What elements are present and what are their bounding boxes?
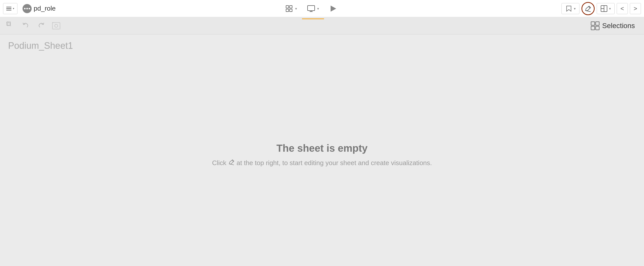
monitor-icon <box>307 5 315 13</box>
svg-line-9 <box>586 11 591 12</box>
toolbar-right: Selections <box>586 19 640 32</box>
bookmark-chevron-icon: ▾ <box>574 7 576 11</box>
monitor-chevron-icon: ▾ <box>317 7 319 11</box>
svg-rect-21 <box>596 26 599 30</box>
empty-desc-part2: at the top right, to start editing your … <box>237 159 432 167</box>
empty-state: The sheet is empty Click at the top righ… <box>212 143 432 168</box>
svg-rect-0 <box>286 6 289 8</box>
snapshot-button[interactable] <box>50 19 63 32</box>
svg-rect-19 <box>596 22 599 25</box>
sheet-title: Podium_Sheet1 <box>8 40 636 51</box>
present-tool-button[interactable] <box>324 3 342 15</box>
selections-grid-icon <box>591 21 600 30</box>
username-label: pd_role <box>34 5 56 12</box>
svg-rect-2 <box>286 9 289 12</box>
redo-icon <box>37 21 45 30</box>
next-icon: > <box>634 5 637 12</box>
svg-rect-18 <box>591 22 595 25</box>
layout-chevron-icon: ▾ <box>609 7 611 11</box>
undo-button[interactable] <box>19 19 32 32</box>
svg-rect-16 <box>52 23 60 29</box>
empty-state-description: Click at the top right, to start editing… <box>212 158 432 168</box>
edit-icon <box>585 5 592 12</box>
svg-rect-3 <box>290 9 292 12</box>
hamburger-chevron-icon: ▾ <box>13 7 14 10</box>
present-icon <box>329 5 337 13</box>
selections-label: Selections <box>602 22 635 30</box>
nav-left: ▾ pd_role <box>3 3 61 14</box>
svg-rect-1 <box>290 6 292 8</box>
nav-right: ▾ ▾ < > <box>561 2 641 15</box>
svg-point-17 <box>55 24 58 27</box>
avatar-dots-icon <box>24 8 30 9</box>
sheets-tool-button[interactable]: ▾ <box>280 3 302 15</box>
selections-button[interactable]: Selections <box>586 19 640 32</box>
prev-button[interactable]: < <box>617 3 628 14</box>
undo-icon <box>22 21 30 30</box>
sheets-chevron-icon: ▾ <box>295 7 297 11</box>
navbar: ▾ pd_role ▾ <box>0 0 644 17</box>
bookmark-icon <box>565 5 572 12</box>
redo-button[interactable] <box>34 19 48 32</box>
empty-desc-part1: Click <box>212 159 226 167</box>
search-zoom-icon <box>6 21 15 30</box>
nav-center: ▾ ▾ <box>61 3 561 15</box>
layout-button[interactable]: ▾ <box>597 3 615 14</box>
avatar <box>23 4 32 13</box>
toolbar: Selections <box>0 17 644 34</box>
hamburger-icon <box>6 7 11 10</box>
hamburger-menu-button[interactable]: ▾ <box>3 3 17 14</box>
edit-inline-icon <box>228 159 235 168</box>
snapshot-icon <box>52 21 61 30</box>
svg-point-14 <box>8 23 10 25</box>
svg-line-23 <box>229 164 234 165</box>
bookmark-button[interactable]: ▾ <box>561 3 579 14</box>
sheets-icon <box>285 5 293 13</box>
prev-icon: < <box>620 5 624 12</box>
monitor-tool-button[interactable]: ▾ <box>302 3 324 15</box>
toolbar-left <box>4 19 63 32</box>
user-info: pd_role <box>17 4 61 13</box>
main-content: Podium_Sheet1 The sheet is empty Click a… <box>0 34 644 266</box>
search-zoom-button[interactable] <box>4 19 17 32</box>
empty-state-title: The sheet is empty <box>212 143 432 154</box>
svg-rect-4 <box>308 6 315 11</box>
next-button[interactable]: > <box>630 3 641 14</box>
edit-button[interactable] <box>581 2 595 15</box>
svg-line-15 <box>10 25 11 26</box>
layout-icon <box>600 5 608 12</box>
svg-marker-7 <box>331 6 336 12</box>
svg-rect-20 <box>591 26 595 30</box>
